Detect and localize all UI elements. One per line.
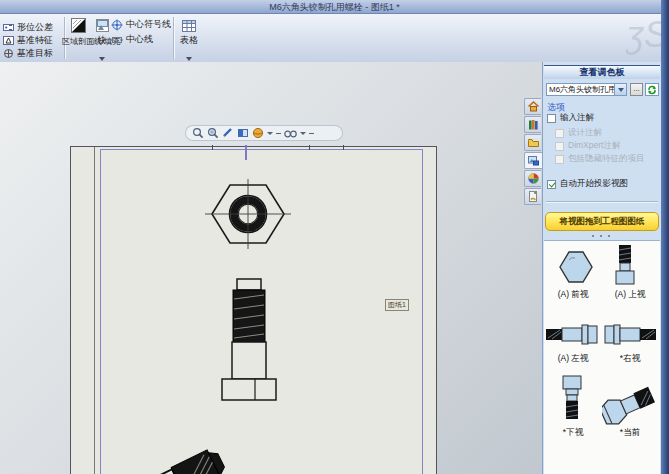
checkbox-auto-start-projected[interactable]: 自动开始投影视图: [547, 178, 628, 190]
document-combo-value: M6六角头铰制孔用螺: [549, 85, 624, 94]
folder-icon: [527, 136, 540, 149]
browse-label: ...: [633, 84, 640, 93]
zone-tick: [212, 145, 213, 150]
checkbox-include-hidden: 包括隐藏特征的项目: [555, 153, 645, 165]
table-icon: [182, 20, 196, 32]
block-icon: [96, 19, 109, 32]
thumb-top-view[interactable]: [614, 244, 636, 290]
checkbox-label: DimXpert注解: [568, 140, 620, 152]
area-hatch-label: 区域剖面线/填充: [62, 37, 95, 46]
thumb-front-view[interactable]: [556, 249, 596, 285]
title-bar[interactable]: M6六角头铰制孔用螺栓 - 图纸1 *: [0, 0, 669, 14]
thumb-label-current: *当前: [602, 427, 658, 439]
drawing-view-top-hex[interactable]: [202, 176, 294, 252]
heads-up-toolbar[interactable]: [185, 125, 343, 141]
center-mark-label: 中心符号线: [126, 18, 171, 31]
gtol-icon: [3, 22, 14, 33]
section-view-icon[interactable]: [237, 127, 249, 139]
display-style-dropdown[interactable]: [300, 132, 306, 135]
display-style-icon[interactable]: [284, 128, 297, 139]
centerline-icon: [111, 34, 123, 46]
block-flyout-arrow[interactable]: [99, 57, 105, 61]
table-label: 表格: [177, 36, 201, 45]
view-thumbnails-area: (A) 前视 (A) 上视 (A) 左视 *右视: [544, 240, 660, 474]
datum-feature-icon: [3, 35, 14, 46]
panel-title: 查看调色板: [580, 67, 625, 77]
thumb-label-front: (A) 前视: [544, 289, 602, 301]
refresh-icon: [647, 85, 657, 95]
view-orientation-dropdown[interactable]: [267, 132, 273, 135]
drawing-view-iso-bolt[interactable]: [99, 434, 244, 474]
gtol-button[interactable]: 形位公差: [3, 22, 53, 33]
window-border: [661, 0, 669, 474]
table-flyout-arrow[interactable]: [186, 57, 192, 61]
thumb-label-left: (A) 左视: [544, 353, 602, 365]
panel-header: 查看调色板: [544, 65, 660, 79]
appearances-icon: [527, 172, 540, 185]
tab-custom-properties[interactable]: [524, 188, 541, 205]
tab-file-explorer[interactable]: [524, 134, 541, 151]
view-palette-panel: 查看调色板 M6六角头铰制孔用螺 ... 选项 输入注解 设计注解 DimXpe…: [542, 62, 661, 474]
checkbox-design-annotations: 设计注解: [555, 127, 602, 139]
drag-hint-text: 将视图拖到工程图图纸: [560, 216, 645, 226]
tab-appearances[interactable]: [524, 170, 541, 187]
tab-design-library[interactable]: [524, 116, 541, 133]
zone-tick: [343, 145, 344, 150]
hud-separator: [309, 133, 314, 134]
drawing-sheet[interactable]: 图纸1: [70, 146, 437, 474]
block-button[interactable]: 块: [93, 18, 111, 45]
gtol-label: 形位公差: [17, 21, 53, 34]
checkbox-checked-icon[interactable]: [547, 180, 556, 189]
block-label: 块: [93, 36, 111, 45]
browse-button[interactable]: ...: [630, 83, 643, 96]
thumb-left-view[interactable]: [545, 321, 599, 347]
thumb-label-bottom: *下视: [544, 427, 602, 439]
datum-feature-label: 基准特征: [17, 34, 53, 47]
properties-icon: [527, 190, 540, 203]
center-mark-button[interactable]: 中心符号线: [111, 19, 171, 30]
checkbox-icon[interactable]: [547, 114, 556, 123]
panel-splitter[interactable]: [543, 234, 661, 238]
zoom-to-area-icon[interactable]: [207, 127, 219, 139]
panel-divider: [546, 201, 658, 202]
solidworks-window: M6六角头铰制孔用螺栓 - 图纸1 * 形位公差 基准特征 基准目标 区域剖面线…: [0, 0, 669, 474]
home-icon: [527, 100, 540, 113]
thumb-bottom-view[interactable]: [561, 375, 583, 421]
tab-solidworks-resources[interactable]: [524, 98, 541, 115]
table-button[interactable]: 表格: [177, 18, 201, 45]
thumb-right-view[interactable]: [603, 321, 657, 347]
centerline-button[interactable]: 中心线: [111, 34, 153, 45]
sheet-edge-divider: [245, 145, 247, 160]
toolbar-separator: [173, 17, 174, 59]
thumb-label-top: (A) 上视: [602, 289, 658, 301]
drawing-view-front-bolt[interactable]: [217, 275, 281, 403]
window-title: M6六角头铰制孔用螺栓 - 图纸1 *: [0, 1, 669, 14]
thumb-current-view[interactable]: [602, 385, 658, 427]
previous-view-icon[interactable]: [222, 127, 234, 139]
hud-separator: [276, 133, 281, 134]
view-palette-icon: [527, 154, 540, 167]
area-hatch-button[interactable]: 区域剖面线/填充: [62, 18, 95, 46]
sheet-tooltip-text: 图纸1: [388, 301, 406, 308]
checkbox-label: 输入注解: [560, 112, 594, 124]
zoom-to-fit-icon[interactable]: [192, 127, 204, 139]
tab-view-palette[interactable]: [524, 152, 542, 169]
checkbox-label: 包括隐藏特征的项目: [568, 153, 645, 165]
checkbox-dimxpert-annotations: DimXpert注解: [555, 140, 620, 152]
datum-target-icon: [3, 48, 14, 59]
datum-feature-button[interactable]: 基准特征: [3, 35, 53, 46]
sheet-zone-line: [94, 147, 95, 474]
checkbox-import-annotations[interactable]: 输入注解: [547, 112, 594, 124]
centerline-label: 中心线: [126, 33, 153, 46]
checkbox-label: 设计注解: [568, 127, 602, 139]
checkbox-icon: [555, 142, 564, 151]
sheet-tooltip: 图纸1: [385, 299, 409, 311]
refresh-button[interactable]: [645, 83, 659, 96]
chevron-down-icon[interactable]: [614, 84, 626, 95]
document-combo[interactable]: M6六角头铰制孔用螺: [546, 83, 627, 96]
view-orientation-icon[interactable]: [252, 127, 264, 139]
zone-tick: [309, 145, 310, 150]
checkbox-icon: [555, 129, 564, 138]
datum-target-label: 基准目标: [17, 47, 53, 60]
datum-target-button[interactable]: 基准目标: [3, 48, 53, 59]
